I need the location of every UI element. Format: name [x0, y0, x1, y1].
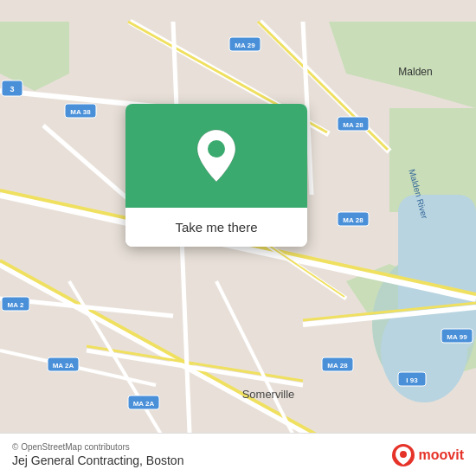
- moovit-logo: moovit: [391, 443, 464, 467]
- popup-map-area: [125, 104, 307, 208]
- svg-text:MA 2A: MA 2A: [53, 362, 74, 370]
- svg-text:MA 28: MA 28: [343, 121, 363, 129]
- svg-text:MA 2: MA 2: [8, 301, 24, 309]
- svg-text:I 93: I 93: [406, 376, 418, 384]
- svg-point-56: [208, 140, 225, 158]
- svg-text:MA 28: MA 28: [327, 362, 348, 370]
- take-me-there-button[interactable]: Take me there: [125, 208, 307, 247]
- svg-text:MA 38: MA 38: [70, 108, 91, 116]
- location-pin-icon: [194, 128, 239, 183]
- svg-point-58: [400, 451, 407, 458]
- bottom-bar: © OpenStreetMap contributors Jej General…: [0, 433, 476, 476]
- svg-text:Somerville: Somerville: [242, 388, 295, 401]
- svg-text:3: 3: [10, 85, 14, 93]
- moovit-icon: [391, 443, 415, 467]
- svg-text:Malden: Malden: [398, 66, 432, 78]
- map-attribution: © OpenStreetMap contributors: [12, 442, 183, 452]
- moovit-text: moovit: [419, 447, 464, 463]
- bottom-info: © OpenStreetMap contributors Jej General…: [12, 442, 183, 467]
- svg-text:MA 29: MA 29: [235, 42, 255, 49]
- svg-text:MA 99: MA 99: [447, 333, 467, 341]
- place-name: Jej General Contracting, Boston: [12, 453, 183, 467]
- svg-text:MA 28: MA 28: [343, 216, 363, 224]
- map-container: 3 MA 38 MA 29 MA 28 Malden MA 28 MA 2 MA…: [0, 0, 476, 476]
- popup-card: Take me there: [125, 104, 307, 247]
- svg-text:MA 2A: MA 2A: [133, 400, 155, 408]
- svg-rect-8: [398, 195, 476, 351]
